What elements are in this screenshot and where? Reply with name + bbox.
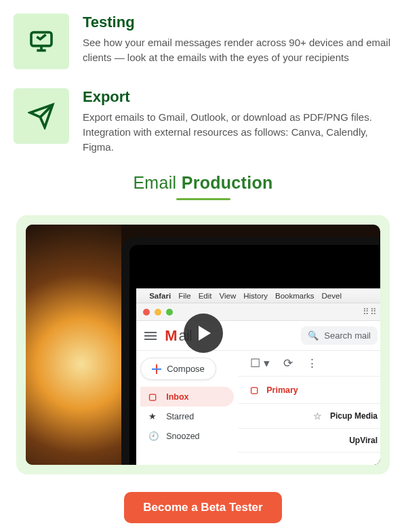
star-icon: ★ bbox=[148, 411, 158, 421]
gmail-header: Mail 🔍 Search mail bbox=[136, 321, 380, 351]
sidebar-item-snoozed: 🕘Snoozed bbox=[140, 426, 234, 446]
gmail-toolbar: ☐ ▾⟳⋮ bbox=[238, 351, 380, 377]
background-bokeh bbox=[26, 225, 121, 465]
feature-export: Export Export emails to Gmail, Outlook, … bbox=[14, 88, 392, 154]
feature-title: Export bbox=[83, 88, 392, 106]
gmail-sidebar: Compose ▢Inbox ★Starred 🕘Snoozed bbox=[136, 351, 238, 465]
inbox-icon: ▢ bbox=[148, 392, 158, 402]
title-divider bbox=[176, 198, 230, 200]
compose-button: Compose bbox=[140, 358, 216, 380]
search-input: 🔍 Search mail bbox=[301, 326, 378, 345]
clock-icon: 🕘 bbox=[148, 431, 158, 441]
feature-title: Testing bbox=[83, 14, 392, 31]
become-beta-tester-button[interactable]: Become a Beta Tester bbox=[124, 492, 281, 523]
search-icon: 🔍 bbox=[308, 330, 319, 341]
browser-traffic-lights: ⠿⠿ bbox=[136, 303, 380, 321]
sidebar-item-inbox: ▢Inbox bbox=[140, 387, 234, 406]
feature-desc: Export emails to Gmail, Outlook, or down… bbox=[83, 110, 392, 154]
inbox-tab-icon: ▢ bbox=[250, 385, 258, 395]
more-icon: ⋮ bbox=[306, 356, 318, 370]
video-thumbnail[interactable]: Safari File Edit View History Bookmarks … bbox=[26, 225, 380, 465]
video-card: Safari File Edit View History Bookmarks … bbox=[16, 215, 390, 474]
plus-icon bbox=[152, 364, 161, 374]
apps-grid-icon: ⠿⠿ bbox=[363, 307, 378, 317]
hamburger-icon bbox=[144, 335, 157, 337]
macos-menubar: Safari File Edit View History Bookmarks … bbox=[136, 288, 380, 303]
feature-desc: See how your email messages render acros… bbox=[83, 35, 392, 65]
play-button[interactable] bbox=[184, 314, 223, 353]
laptop-illustration: Safari File Edit View History Bookmarks … bbox=[121, 237, 380, 465]
refresh-icon: ⟳ bbox=[283, 356, 293, 370]
mail-row: ☆Picup Media bbox=[238, 404, 380, 429]
sidebar-item-starred: ★Starred bbox=[140, 406, 234, 426]
monitor-icon bbox=[14, 14, 69, 69]
section-title: Email Production bbox=[14, 173, 392, 193]
feature-testing: Testing See how your email messages rend… bbox=[14, 14, 392, 69]
mail-row: UpViral bbox=[238, 429, 380, 453]
paper-plane-icon bbox=[14, 88, 69, 144]
primary-tab: ▢Primary bbox=[238, 377, 380, 404]
